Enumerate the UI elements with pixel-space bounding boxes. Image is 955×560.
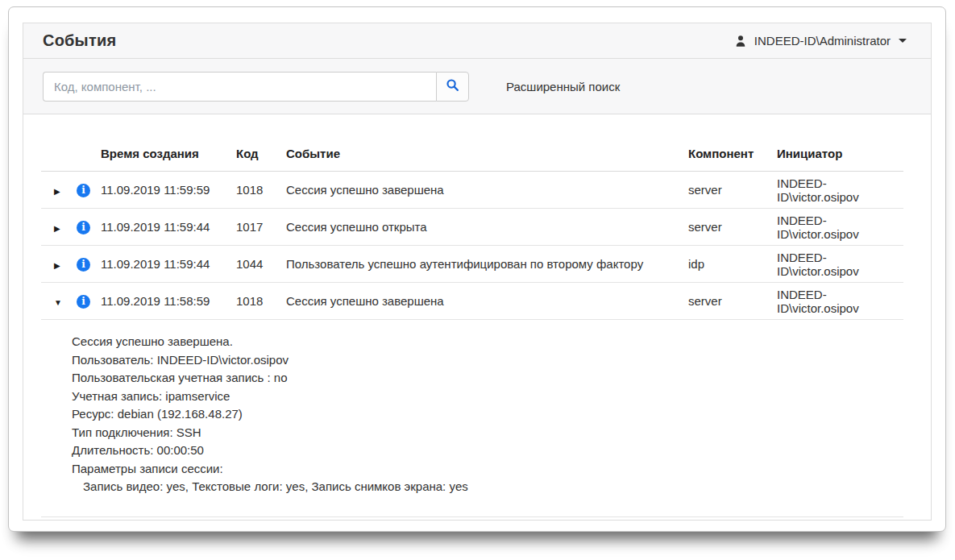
cell-code: 1017 — [236, 220, 286, 234]
detail-line: Тип подключения: SSH — [72, 424, 903, 442]
chevron-down-icon — [899, 39, 907, 43]
cell-component: server — [688, 220, 777, 234]
page-header: События INDEED-ID\Administrator — [23, 23, 931, 59]
cell-initiator: INDEED-ID\victor.osipov — [777, 251, 903, 278]
expand-arrow-icon[interactable] — [54, 224, 60, 233]
info-icon[interactable] — [77, 258, 90, 272]
col-header-initiator: Инициатор — [777, 147, 903, 160]
detail-line: Пользовательская учетная запись : no — [72, 369, 903, 388]
cell-initiator: INDEED-ID\victor.osipov — [777, 176, 903, 204]
events-table: Время создания Код Событие Компонент Ини… — [23, 114, 931, 517]
cell-time: 11.09.2019 11:59:44 — [101, 220, 236, 234]
cell-component: server — [688, 294, 777, 308]
cell-event: Сессия успешно завершена — [286, 294, 688, 308]
detail-line: Длительность: 00:00:50 — [72, 442, 903, 460]
search-bar: Расширенный поиск — [23, 59, 931, 114]
detail-line: Учетная запись: ipamservice — [72, 388, 903, 406]
advanced-search-link[interactable]: Расширенный поиск — [506, 80, 620, 93]
detail-line-indented: Запись видео: yes, Текстовые логи: yes, … — [72, 478, 903, 496]
cell-event: Сессия успешно открыта — [286, 220, 688, 234]
detail-line: Сессия успешно завершена. — [72, 333, 903, 351]
cell-initiator: INDEED-ID\victor.osipov — [777, 288, 903, 315]
expand-arrow-icon[interactable] — [54, 187, 60, 196]
info-icon[interactable] — [77, 221, 90, 234]
cell-component: idp — [688, 257, 777, 271]
cell-code: 1044 — [236, 257, 286, 271]
table-body: 11.09.2019 11:59:59 1018 Сессия успешно … — [41, 172, 903, 517]
col-header-component: Компонент — [688, 147, 777, 160]
info-icon[interactable] — [77, 184, 90, 197]
expand-arrow-icon[interactable] — [54, 261, 60, 270]
detail-line: Параметры записи сессии: — [72, 460, 903, 479]
table-row: 11.09.2019 11:59:44 1017 Сессия успешно … — [41, 209, 903, 246]
event-detail: Сессия успешно завершена.Пользователь: I… — [41, 320, 903, 517]
info-icon[interactable] — [77, 295, 90, 309]
col-header-code: Код — [236, 147, 286, 160]
page-title: События — [43, 31, 116, 50]
search-button[interactable] — [436, 72, 469, 102]
table-row: 11.09.2019 11:58:59 1018 Сессия успешно … — [41, 283, 903, 320]
cell-initiator: INDEED-ID\victor.osipov — [777, 214, 903, 241]
cell-component: server — [688, 183, 777, 197]
col-header-time: Время создания — [101, 147, 236, 160]
table-row: 11.09.2019 11:59:44 1044 Пользователь ус… — [41, 246, 903, 283]
search-icon — [446, 78, 459, 94]
table-row: 11.09.2019 11:59:59 1018 Сессия успешно … — [41, 172, 903, 209]
cell-code: 1018 — [236, 294, 286, 308]
user-menu[interactable]: INDEED-ID\Administrator — [733, 34, 907, 48]
cell-time: 11.09.2019 11:59:44 — [101, 257, 236, 271]
cell-time: 11.09.2019 11:58:59 — [101, 294, 236, 308]
expand-arrow-icon[interactable] — [54, 298, 62, 307]
col-header-event: Событие — [286, 147, 688, 160]
cell-code: 1018 — [236, 183, 286, 197]
cell-time: 11.09.2019 11:59:59 — [101, 183, 236, 197]
user-menu-label: INDEED-ID\Administrator — [754, 34, 891, 48]
table-header: Время создания Код Событие Компонент Ини… — [41, 136, 903, 172]
user-icon — [733, 34, 748, 48]
search-input[interactable] — [43, 72, 436, 102]
cell-event: Сессия успешно завершена — [286, 183, 688, 197]
app-window: События INDEED-ID\Administrator — [8, 6, 946, 532]
cell-event: Пользователь успешно аутентифицирован по… — [286, 257, 688, 271]
events-panel: События INDEED-ID\Administrator — [23, 23, 932, 521]
detail-line: Пользователь: INDEED-ID\victor.osipov — [72, 351, 903, 370]
detail-line: Ресурс: debian (192.168.48.27) — [72, 405, 903, 424]
